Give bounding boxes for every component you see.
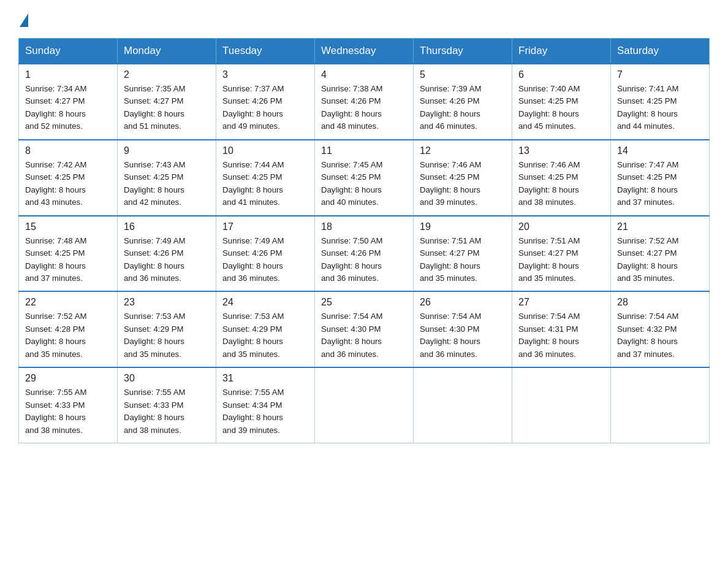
calendar-table: SundayMondayTuesdayWednesdayThursdayFrid… xyxy=(18,38,710,443)
empty-cell xyxy=(611,367,710,443)
day-info: Sunrise: 7:53 AMSunset: 4:29 PMDaylight:… xyxy=(222,312,284,358)
day-cell-3: 3 Sunrise: 7:37 AMSunset: 4:26 PMDayligh… xyxy=(216,64,315,140)
day-cell-13: 13 Sunrise: 7:46 AMSunset: 4:25 PMDaylig… xyxy=(512,140,611,216)
day-info: Sunrise: 7:46 AMSunset: 4:25 PMDaylight:… xyxy=(518,160,580,207)
day-cell-15: 15 Sunrise: 7:48 AMSunset: 4:25 PMDaylig… xyxy=(19,216,118,292)
day-number: 25 xyxy=(321,297,407,308)
day-number: 20 xyxy=(518,221,604,232)
day-cell-27: 27 Sunrise: 7:54 AMSunset: 4:31 PMDaylig… xyxy=(512,291,611,367)
day-info: Sunrise: 7:43 AMSunset: 4:25 PMDaylight:… xyxy=(124,160,185,207)
day-info: Sunrise: 7:51 AMSunset: 4:27 PMDaylight:… xyxy=(518,236,580,283)
day-info: Sunrise: 7:55 AMSunset: 4:33 PMDaylight:… xyxy=(124,388,185,434)
day-number: 27 xyxy=(518,297,604,308)
day-info: Sunrise: 7:42 AMSunset: 4:25 PMDaylight:… xyxy=(25,160,86,207)
day-info: Sunrise: 7:50 AMSunset: 4:26 PMDaylight:… xyxy=(321,236,382,283)
header-friday: Friday xyxy=(512,39,611,64)
day-number: 26 xyxy=(420,297,506,308)
day-number: 16 xyxy=(124,221,210,232)
day-number: 17 xyxy=(222,221,308,232)
day-cell-21: 21 Sunrise: 7:52 AMSunset: 4:27 PMDaylig… xyxy=(611,216,710,292)
week-row-5: 29 Sunrise: 7:55 AMSunset: 4:33 PMDaylig… xyxy=(19,367,710,443)
day-number: 18 xyxy=(321,221,407,232)
day-number: 7 xyxy=(617,69,703,80)
day-cell-25: 25 Sunrise: 7:54 AMSunset: 4:30 PMDaylig… xyxy=(315,291,414,367)
empty-cell xyxy=(315,367,414,443)
header-saturday: Saturday xyxy=(611,39,710,64)
day-info: Sunrise: 7:39 AMSunset: 4:26 PMDaylight:… xyxy=(420,84,481,131)
day-cell-18: 18 Sunrise: 7:50 AMSunset: 4:26 PMDaylig… xyxy=(315,216,414,292)
day-number: 21 xyxy=(617,221,703,232)
logo xyxy=(18,12,28,27)
day-cell-16: 16 Sunrise: 7:49 AMSunset: 4:26 PMDaylig… xyxy=(118,216,216,292)
header-sunday: Sunday xyxy=(19,39,118,64)
day-number: 6 xyxy=(518,69,604,80)
day-number: 11 xyxy=(321,145,407,156)
day-info: Sunrise: 7:54 AMSunset: 4:32 PMDaylight:… xyxy=(617,312,678,358)
logo-triangle-icon xyxy=(20,13,28,27)
day-info: Sunrise: 7:37 AMSunset: 4:26 PMDaylight:… xyxy=(222,84,284,131)
day-info: Sunrise: 7:54 AMSunset: 4:30 PMDaylight:… xyxy=(420,312,481,358)
day-cell-6: 6 Sunrise: 7:40 AMSunset: 4:25 PMDayligh… xyxy=(512,64,611,140)
day-cell-28: 28 Sunrise: 7:54 AMSunset: 4:32 PMDaylig… xyxy=(611,291,710,367)
day-cell-23: 23 Sunrise: 7:53 AMSunset: 4:29 PMDaylig… xyxy=(118,291,216,367)
day-number: 3 xyxy=(222,69,308,80)
day-info: Sunrise: 7:52 AMSunset: 4:28 PMDaylight:… xyxy=(25,312,86,358)
day-info: Sunrise: 7:54 AMSunset: 4:31 PMDaylight:… xyxy=(518,312,580,358)
day-info: Sunrise: 7:34 AMSunset: 4:27 PMDaylight:… xyxy=(25,84,86,131)
day-cell-4: 4 Sunrise: 7:38 AMSunset: 4:26 PMDayligh… xyxy=(315,64,414,140)
day-cell-5: 5 Sunrise: 7:39 AMSunset: 4:26 PMDayligh… xyxy=(414,64,512,140)
day-cell-1: 1 Sunrise: 7:34 AMSunset: 4:27 PMDayligh… xyxy=(19,64,118,140)
day-info: Sunrise: 7:40 AMSunset: 4:25 PMDaylight:… xyxy=(518,84,580,131)
header-tuesday: Tuesday xyxy=(216,39,315,64)
day-number: 15 xyxy=(25,221,111,232)
day-cell-26: 26 Sunrise: 7:54 AMSunset: 4:30 PMDaylig… xyxy=(414,291,512,367)
header-wednesday: Wednesday xyxy=(315,39,414,64)
week-row-3: 15 Sunrise: 7:48 AMSunset: 4:25 PMDaylig… xyxy=(19,216,710,292)
day-cell-24: 24 Sunrise: 7:53 AMSunset: 4:29 PMDaylig… xyxy=(216,291,315,367)
day-number: 31 xyxy=(222,373,308,384)
week-row-4: 22 Sunrise: 7:52 AMSunset: 4:28 PMDaylig… xyxy=(19,291,710,367)
day-info: Sunrise: 7:46 AMSunset: 4:25 PMDaylight:… xyxy=(420,160,481,207)
day-number: 30 xyxy=(124,373,210,384)
day-cell-11: 11 Sunrise: 7:45 AMSunset: 4:25 PMDaylig… xyxy=(315,140,414,216)
day-cell-7: 7 Sunrise: 7:41 AMSunset: 4:25 PMDayligh… xyxy=(611,64,710,140)
day-info: Sunrise: 7:44 AMSunset: 4:25 PMDaylight:… xyxy=(222,160,284,207)
day-number: 10 xyxy=(222,145,308,156)
day-number: 22 xyxy=(25,297,111,308)
week-row-2: 8 Sunrise: 7:42 AMSunset: 4:25 PMDayligh… xyxy=(19,140,710,216)
day-info: Sunrise: 7:41 AMSunset: 4:25 PMDaylight:… xyxy=(617,84,678,131)
day-info: Sunrise: 7:38 AMSunset: 4:26 PMDaylight:… xyxy=(321,84,382,131)
day-number: 4 xyxy=(321,69,407,80)
day-info: Sunrise: 7:45 AMSunset: 4:25 PMDaylight:… xyxy=(321,160,382,207)
header-thursday: Thursday xyxy=(414,39,512,64)
day-info: Sunrise: 7:47 AMSunset: 4:25 PMDaylight:… xyxy=(617,160,678,207)
page-header xyxy=(18,12,710,27)
day-number: 19 xyxy=(420,221,506,232)
header-monday: Monday xyxy=(118,39,216,64)
day-number: 9 xyxy=(124,145,210,156)
day-info: Sunrise: 7:55 AMSunset: 4:33 PMDaylight:… xyxy=(25,388,86,434)
day-cell-12: 12 Sunrise: 7:46 AMSunset: 4:25 PMDaylig… xyxy=(414,140,512,216)
day-cell-19: 19 Sunrise: 7:51 AMSunset: 4:27 PMDaylig… xyxy=(414,216,512,292)
day-number: 29 xyxy=(25,373,111,384)
day-info: Sunrise: 7:35 AMSunset: 4:27 PMDaylight:… xyxy=(124,84,185,131)
day-number: 23 xyxy=(124,297,210,308)
calendar-header-row: SundayMondayTuesdayWednesdayThursdayFrid… xyxy=(19,39,710,64)
day-info: Sunrise: 7:49 AMSunset: 4:26 PMDaylight:… xyxy=(124,236,185,283)
day-cell-14: 14 Sunrise: 7:47 AMSunset: 4:25 PMDaylig… xyxy=(611,140,710,216)
day-cell-22: 22 Sunrise: 7:52 AMSunset: 4:28 PMDaylig… xyxy=(19,291,118,367)
day-info: Sunrise: 7:52 AMSunset: 4:27 PMDaylight:… xyxy=(617,236,678,283)
day-info: Sunrise: 7:49 AMSunset: 4:26 PMDaylight:… xyxy=(222,236,284,283)
day-cell-10: 10 Sunrise: 7:44 AMSunset: 4:25 PMDaylig… xyxy=(216,140,315,216)
day-info: Sunrise: 7:53 AMSunset: 4:29 PMDaylight:… xyxy=(124,312,185,358)
day-info: Sunrise: 7:54 AMSunset: 4:30 PMDaylight:… xyxy=(321,312,382,358)
day-info: Sunrise: 7:51 AMSunset: 4:27 PMDaylight:… xyxy=(420,236,481,283)
day-cell-31: 31 Sunrise: 7:55 AMSunset: 4:34 PMDaylig… xyxy=(216,367,315,443)
day-number: 1 xyxy=(25,69,111,80)
day-number: 13 xyxy=(518,145,604,156)
day-number: 2 xyxy=(124,69,210,80)
day-number: 14 xyxy=(617,145,703,156)
day-number: 24 xyxy=(222,297,308,308)
day-cell-17: 17 Sunrise: 7:49 AMSunset: 4:26 PMDaylig… xyxy=(216,216,315,292)
day-cell-8: 8 Sunrise: 7:42 AMSunset: 4:25 PMDayligh… xyxy=(19,140,118,216)
